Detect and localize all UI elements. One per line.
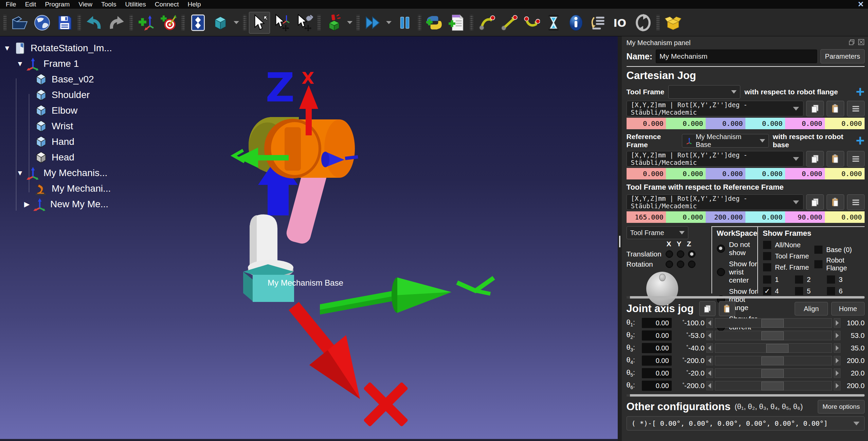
tree-item-station[interactable]: ▼ RotateStation_Im... bbox=[1, 40, 112, 56]
pose-value-y[interactable]: 0.000 bbox=[666, 118, 706, 129]
joint-5-slider[interactable] bbox=[715, 368, 832, 378]
joint-6-slider[interactable] bbox=[715, 381, 832, 390]
joint-1-value-input[interactable]: 0.00 bbox=[642, 318, 672, 328]
pose-value-ry[interactable]: 0.000 bbox=[785, 118, 825, 129]
tool-frame-select[interactable] bbox=[668, 85, 740, 99]
tree-item-elbow[interactable]: Elbow bbox=[1, 103, 112, 118]
set-io-instruction-button[interactable]: IO bbox=[610, 12, 631, 34]
move-joint-instruction-button[interactable] bbox=[476, 12, 497, 34]
tree-item-new-my-mechanism[interactable]: ▶ New My Me... bbox=[1, 196, 112, 212]
slider-thumb[interactable] bbox=[761, 382, 784, 390]
menu-tools[interactable]: Tools bbox=[97, 0, 121, 8]
menu-help[interactable]: Help bbox=[183, 0, 205, 8]
check-collisions-button[interactable] bbox=[323, 12, 344, 34]
slider-thumb[interactable] bbox=[761, 319, 784, 328]
undo-button[interactable] bbox=[84, 12, 105, 34]
rotation-z-radio[interactable] bbox=[688, 261, 695, 268]
checkbox-icon[interactable] bbox=[827, 287, 835, 295]
pose-value-x[interactable]: 0.000 bbox=[627, 118, 666, 129]
update-program-button[interactable] bbox=[633, 12, 654, 34]
redo-button[interactable] bbox=[106, 12, 127, 34]
pose-value-z[interactable]: 200.000 bbox=[706, 211, 745, 223]
menu-utilities[interactable]: Utilities bbox=[121, 0, 150, 8]
joint-6-decrease-button[interactable] bbox=[706, 381, 713, 390]
toolbar-drag-handle[interactable] bbox=[130, 15, 133, 31]
show-frames-base[interactable]: Base (0) bbox=[814, 245, 865, 254]
joint-3-increase-button[interactable] bbox=[834, 343, 840, 353]
parameters-button[interactable]: Parameters bbox=[820, 49, 865, 63]
pose-value-x[interactable]: 165.000 bbox=[627, 211, 666, 223]
tree-expander[interactable]: ▼ bbox=[1, 44, 13, 52]
radio-selected-icon[interactable] bbox=[717, 245, 725, 253]
show-frame-3[interactable]: 3 bbox=[827, 275, 858, 284]
fit-to-screen-button[interactable] bbox=[187, 12, 209, 34]
show-frames-all-none[interactable]: All/None bbox=[763, 241, 814, 249]
tree-item-head[interactable]: Head bbox=[1, 150, 112, 165]
checkbox-icon[interactable] bbox=[814, 260, 823, 269]
add-reference-frame-panel-button[interactable]: + bbox=[856, 136, 865, 146]
add-target-button[interactable] bbox=[158, 12, 179, 34]
joint-1-slider[interactable] bbox=[715, 318, 832, 328]
save-station-button[interactable] bbox=[54, 12, 75, 34]
show-frame-1[interactable]: 1 bbox=[763, 275, 795, 284]
checkbox-icon[interactable] bbox=[795, 275, 803, 284]
online-library-button[interactable] bbox=[32, 12, 53, 34]
paste-pose-button[interactable] bbox=[827, 151, 844, 167]
tree-item-hand[interactable]: Hand bbox=[1, 134, 112, 150]
show-message-instruction-button[interactable] bbox=[565, 12, 586, 34]
pause-simulation-button[interactable] bbox=[394, 12, 415, 34]
workspace-option[interactable]: Do not show bbox=[717, 241, 757, 257]
tree-item-my-mechanism[interactable]: My Mechani... bbox=[1, 181, 112, 196]
menu-program[interactable]: Program bbox=[40, 0, 74, 8]
tree-expander[interactable]: ▶ bbox=[21, 200, 33, 208]
pose-value-y[interactable]: 0.000 bbox=[666, 168, 706, 179]
tree-item-my-mechanism-frame[interactable]: ▼ My Mechanis... bbox=[1, 165, 112, 181]
menu-view[interactable]: View bbox=[74, 0, 97, 8]
joint-5-value-input[interactable]: 0.00 bbox=[642, 368, 672, 378]
move-linear-instruction-button[interactable] bbox=[498, 12, 519, 34]
paste-joints-button[interactable] bbox=[719, 301, 735, 316]
pose-format-select[interactable]: [X,Y,Z]mm | Rot[X,Y',Z'']deg - Stäubli/M… bbox=[627, 151, 803, 167]
horizontal-splitter[interactable] bbox=[627, 296, 865, 299]
joint-5-decrease-button[interactable] bbox=[706, 368, 713, 378]
copy-joints-button[interactable] bbox=[699, 301, 716, 316]
joint-2-slider[interactable] bbox=[715, 331, 832, 340]
pose-value-rz[interactable]: 0.000 bbox=[825, 211, 865, 223]
menu-connect[interactable]: Connect bbox=[150, 0, 183, 8]
show-frame-2[interactable]: 2 bbox=[795, 275, 827, 284]
mechanism-name-input[interactable]: My Mechanism bbox=[656, 50, 817, 63]
add-python-script-button[interactable] bbox=[424, 12, 445, 34]
paste-pose-button[interactable] bbox=[827, 101, 844, 116]
translation-x-radio[interactable] bbox=[666, 250, 673, 258]
pose-value-ry[interactable]: 90.000 bbox=[785, 211, 825, 223]
copy-pose-button[interactable] bbox=[806, 101, 824, 116]
slider-thumb[interactable] bbox=[761, 357, 784, 365]
workspace-option[interactable]: Show for wrist center bbox=[717, 260, 757, 284]
radio-icon[interactable] bbox=[717, 268, 725, 276]
joint-5-increase-button[interactable] bbox=[834, 368, 840, 378]
joint-4-increase-button[interactable] bbox=[834, 356, 840, 365]
joint-1-increase-button[interactable] bbox=[834, 318, 840, 328]
tree-expander[interactable]: ▼ bbox=[14, 60, 26, 68]
open-station-button[interactable] bbox=[9, 12, 30, 34]
toolbar-drag-handle[interactable] bbox=[357, 15, 360, 31]
joint-4-slider[interactable] bbox=[715, 356, 832, 365]
program-call-instruction-button[interactable] bbox=[588, 12, 609, 34]
joint-2-value-input[interactable]: 0.00 bbox=[642, 330, 672, 341]
tree-item-frame1[interactable]: ▼ Frame 1 bbox=[1, 56, 112, 72]
pose-menu-button[interactable] bbox=[847, 101, 865, 116]
checkbox-icon[interactable] bbox=[795, 287, 803, 295]
toolbar-drag-handle[interactable] bbox=[418, 15, 421, 31]
checkbox-checked-icon[interactable]: ✓ bbox=[763, 287, 772, 295]
copy-pose-button[interactable] bbox=[806, 194, 824, 210]
pose-value-rz[interactable]: 0.000 bbox=[825, 168, 865, 179]
tree-expander[interactable]: ▼ bbox=[14, 169, 26, 177]
show-frame-5[interactable]: 5 bbox=[795, 287, 827, 295]
slider-thumb[interactable] bbox=[766, 344, 789, 353]
add-tool-frame-button[interactable]: + bbox=[856, 87, 865, 97]
pose-value-rz[interactable]: 0.000 bbox=[825, 118, 865, 129]
joint-1-decrease-button[interactable] bbox=[706, 318, 713, 328]
panel-splitter[interactable] bbox=[618, 36, 622, 441]
joint-3-slider[interactable] bbox=[715, 343, 832, 353]
tree-item-shoulder[interactable]: Shoulder bbox=[1, 87, 112, 103]
